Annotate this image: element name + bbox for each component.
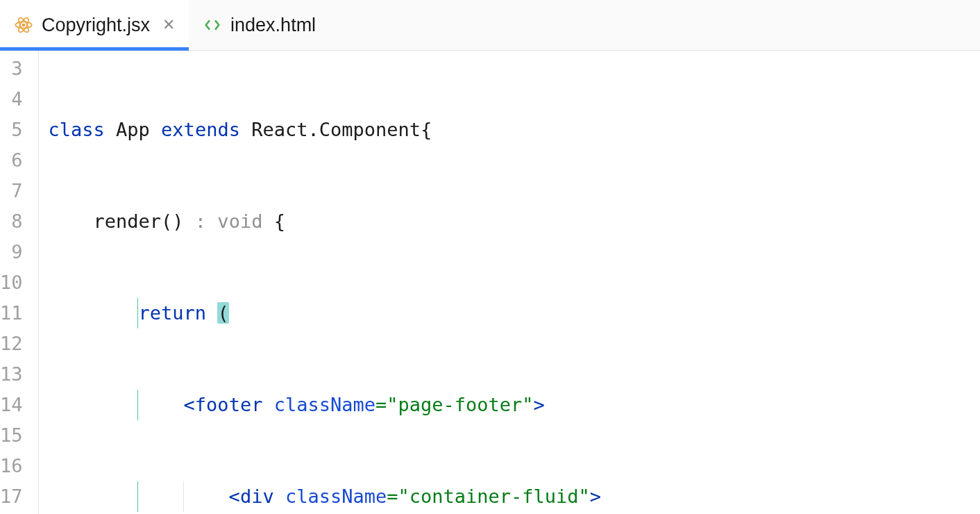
line-number: 13 <box>0 359 23 390</box>
tab-label: index.html <box>230 15 316 36</box>
svg-point-0 <box>22 24 26 27</box>
react-icon <box>14 15 33 35</box>
line-number-gutter: 3 4 5 6 7 8 9 10 11 12 13 14 15 16 17 <box>0 51 38 514</box>
code-editor[interactable]: 3 4 5 6 7 8 9 10 11 12 13 14 15 16 17 cl… <box>0 51 980 514</box>
code-line[interactable]: return ( <box>39 298 980 329</box>
line-number: 15 <box>0 420 23 451</box>
line-number: 4 <box>0 84 23 115</box>
tab-index-html[interactable]: index.html <box>189 0 330 50</box>
html-icon <box>203 15 222 35</box>
line-number: 3 <box>0 53 23 84</box>
line-number: 16 <box>0 451 23 481</box>
close-icon[interactable]: ✕ <box>162 16 175 34</box>
tab-bar: Copyright.jsx ✕ index.html <box>0 0 980 51</box>
code-line[interactable]: class App extends React.Component{ <box>39 115 980 145</box>
line-number: 8 <box>0 206 23 237</box>
line-number: 10 <box>0 267 23 298</box>
line-number: 12 <box>0 329 23 359</box>
line-number: 14 <box>0 390 23 420</box>
tab-copyright-jsx[interactable]: Copyright.jsx ✕ <box>0 0 189 50</box>
code-line[interactable]: <footer className="page-footer"> <box>39 390 980 420</box>
line-number: 5 <box>0 115 23 145</box>
code-line[interactable]: render() : void { <box>39 206 980 237</box>
code-line[interactable]: <div className="container-fluid"> <box>39 481 980 512</box>
line-number: 11 <box>0 298 23 329</box>
line-number: 9 <box>0 237 23 267</box>
tab-label: Copyright.jsx <box>42 15 150 36</box>
line-number: 17 <box>0 481 23 512</box>
code-content[interactable]: class App extends React.Component{ rende… <box>38 51 980 514</box>
line-number: 6 <box>0 145 23 176</box>
line-number: 7 <box>0 176 23 206</box>
